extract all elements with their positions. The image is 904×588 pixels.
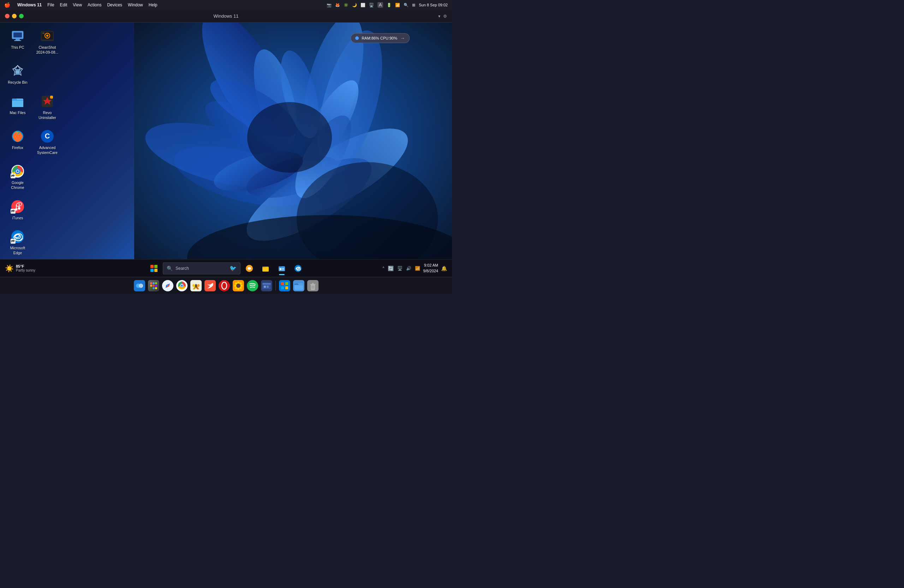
screenshot-icon[interactable]: 📷 [327, 3, 332, 8]
svg-rect-114 [285, 282, 288, 285]
svg-point-76 [150, 287, 152, 289]
icon-itunes[interactable]: iTunes [3, 197, 32, 223]
dock-trash[interactable] [306, 279, 319, 292]
control-center-icon[interactable]: ⊞ [412, 3, 415, 8]
revo-label: RevoUninstaller [38, 111, 56, 120]
dock-opera[interactable] [218, 279, 231, 292]
battery-icon[interactable]: 🔋 [387, 3, 392, 8]
svg-rect-21 [13, 33, 22, 38]
icon-google-chrome[interactable]: GoogleChrome [3, 161, 32, 192]
taskbar-search-bar[interactable]: 🔍 Search 🐦 [163, 262, 240, 274]
menu-help[interactable]: Help [149, 3, 158, 8]
window-chrome-right: ▾ ⚙ [438, 14, 447, 19]
dock-launchpad[interactable] [147, 279, 160, 292]
dock-windows-app[interactable] [278, 279, 291, 292]
filter-icon[interactable]: ▾ [438, 14, 440, 19]
taskbar-chevron-icon[interactable]: ^ [382, 266, 385, 271]
menu-file[interactable]: File [47, 3, 54, 8]
font-icon[interactable]: A [378, 2, 383, 8]
taskbar-display-icon[interactable]: 🖥️ [397, 265, 403, 272]
dock-swift[interactable] [204, 279, 217, 292]
weather-widget[interactable]: ☀️ 85°F Partly sunny [5, 264, 35, 273]
menu-app-name[interactable]: Windows 11 [17, 3, 42, 8]
taskbar-files-manager[interactable] [258, 261, 273, 276]
datetime-display[interactable]: Sun 8 Sep 09:02 [419, 3, 448, 7]
apple-logo-icon[interactable]: 🍎 [4, 2, 10, 8]
svg-text:C: C [45, 132, 50, 140]
taskbar-copilot[interactable] [242, 261, 257, 276]
microsoft-edge-label: MicrosoftEdge [10, 246, 25, 255]
taskbar-network-wifi-icon[interactable]: 📶 [414, 265, 421, 272]
weather-icon: ☀️ [5, 264, 14, 273]
dock-sunflower[interactable] [232, 279, 245, 292]
svg-point-48 [17, 170, 19, 172]
menu-devices[interactable]: Devices [107, 3, 122, 8]
wifi-icon[interactable]: 📶 [395, 3, 400, 8]
taskbar-center: 🔍 Search 🐦 [147, 261, 305, 276]
system-monitor-badge[interactable]: RAM:86% CPU:90% → [351, 33, 409, 43]
dock-focusplan[interactable] [260, 279, 273, 292]
svg-point-98 [237, 288, 239, 290]
taskbar-notification-icon[interactable]: 🔔 [440, 265, 448, 272]
win11-taskbar: ☀️ 85°F Partly sunny 🔍 Search 🐦 [0, 259, 452, 277]
taskbar-right: ^ 🔄 🖥️ 🔊 📶 9:02 AM 9/8/2024 🔔 [382, 263, 448, 274]
svg-rect-62 [280, 268, 281, 270]
svg-rect-116 [285, 286, 288, 289]
close-button[interactable] [5, 14, 9, 18]
icon-this-pc[interactable]: This PC [3, 26, 32, 57]
svg-point-99 [234, 285, 236, 287]
menu-view[interactable]: View [73, 3, 82, 8]
taskbar-time: 9:02 AM [423, 263, 438, 268]
monitor-dot [355, 36, 359, 40]
svg-point-27 [46, 35, 48, 37]
monitor-arrow: → [400, 35, 405, 41]
monitor-icon[interactable]: 🖥️ [369, 3, 374, 8]
icon-recycle-bin[interactable]: Recycle Bin [3, 61, 32, 87]
menubar-right-icons: 📷 🦊 ✳️ 🌙 ⬜ 🖥️ A 🔋 📶 🔍 ⊞ Sun 8 Sep 09:02 [327, 2, 448, 8]
dock-finder[interactable] [133, 279, 146, 292]
win11-desktop[interactable]: RAM:86% CPU:90% → This PC [0, 23, 452, 259]
icon-cleanshot[interactable]: CleanShot2024-09-08... [33, 26, 62, 57]
taskbar-edge[interactable] [291, 261, 305, 276]
icon-mac-files[interactable]: Mac Files [3, 92, 32, 122]
svg-rect-34 [15, 69, 21, 70]
bloom-svg [134, 23, 452, 259]
icon-revo[interactable]: RevoUninstaller [33, 92, 62, 122]
firefox-icon [10, 128, 25, 144]
this-pc-icon [10, 28, 25, 44]
svg-rect-109 [264, 286, 266, 288]
window-title: Windows 11 [213, 13, 239, 19]
taskbar-volume-icon[interactable]: 🔊 [405, 265, 412, 272]
taskbar-clock[interactable]: 9:02 AM 9/8/2024 [423, 263, 438, 274]
dock-files[interactable] [292, 279, 305, 292]
taskbar-network-icon[interactable]: 🔄 [387, 265, 394, 272]
dock-spotify[interactable] [246, 279, 259, 292]
svg-point-105 [247, 280, 258, 291]
svg-rect-112 [279, 280, 290, 291]
svg-point-72 [155, 282, 157, 284]
search-menubar-icon[interactable]: 🔍 [404, 3, 409, 8]
taskbar-explorer[interactable] [274, 261, 289, 276]
icon-advanced-systemcare[interactable]: C AdvancedSystemCare [33, 126, 62, 157]
asterisk-icon[interactable]: ✳️ [344, 3, 349, 8]
firefox-label: Firefox [12, 145, 23, 150]
menu-window[interactable]: Window [128, 3, 143, 8]
dock-safari[interactable] [161, 279, 174, 292]
svg-rect-111 [267, 287, 269, 288]
clipboard-icon[interactable]: ⬜ [360, 3, 365, 8]
fox-icon[interactable]: 🦊 [335, 3, 340, 8]
moon-icon[interactable]: 🌙 [352, 3, 357, 8]
svg-point-85 [167, 285, 168, 286]
windows-start-button[interactable] [147, 261, 161, 276]
menu-actions[interactable]: Actions [88, 3, 101, 8]
minimize-button[interactable] [12, 14, 17, 18]
maximize-button[interactable] [19, 14, 24, 18]
recycle-bin-label: Recycle Bin [8, 80, 27, 85]
settings-icon[interactable]: ⚙ [443, 14, 447, 19]
icon-firefox[interactable]: Firefox [3, 126, 32, 157]
menu-edit[interactable]: Edit [60, 3, 68, 8]
icon-microsoft-edge[interactable]: MicrosoftEdge [3, 227, 32, 258]
dock-butterfly[interactable] [189, 279, 203, 292]
dock-chrome[interactable] [175, 279, 188, 292]
svg-rect-63 [282, 268, 284, 269]
